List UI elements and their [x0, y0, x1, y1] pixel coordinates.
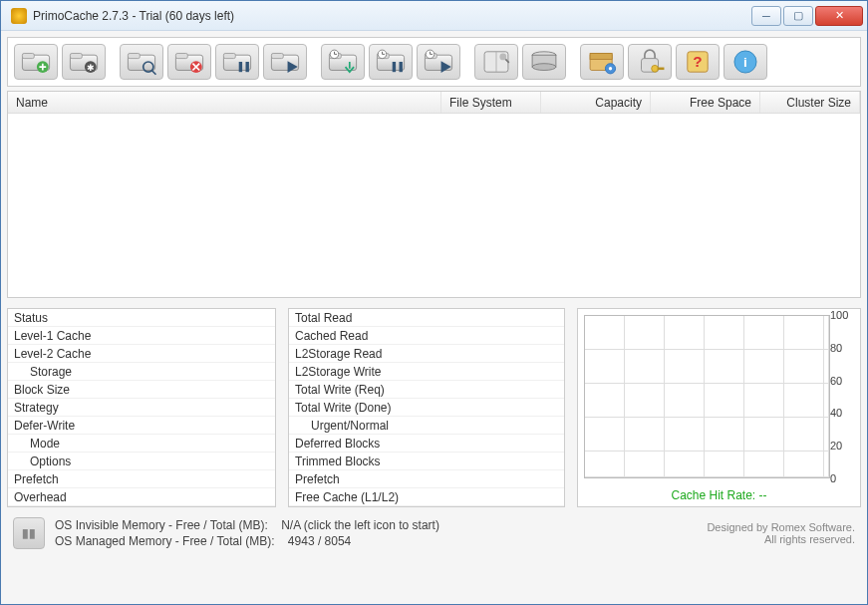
memory-lines: OS Invisible Memory - Free / Total (MB):…: [55, 517, 439, 549]
delete-button[interactable]: [167, 44, 211, 80]
stat-label: Prefetch: [14, 472, 134, 486]
stats-row: StatusLevel-1 CacheLevel-2 CacheStorageB…: [7, 308, 861, 507]
resume-button[interactable]: [263, 44, 307, 80]
stat-label: Mode: [30, 437, 149, 451]
stat-label: Total Write (Req): [295, 383, 415, 397]
svg-rect-36: [590, 54, 612, 60]
memory-icon[interactable]: ▮▮: [13, 517, 45, 549]
credits: Designed by Romex Software. All rights r…: [707, 521, 855, 545]
stat-row: Prefetch: [8, 470, 275, 488]
pause-sched-button[interactable]: [369, 44, 413, 80]
chart-grid: [584, 315, 830, 478]
maximize-button[interactable]: ▢: [783, 6, 813, 26]
svg-text:✱: ✱: [87, 63, 95, 73]
stat-row: Level-2 Cache: [8, 345, 275, 363]
y-tick: 80: [830, 342, 856, 354]
stat-label: Free Cache (L1/L2): [295, 490, 415, 504]
stat-row: Total Write (Done): [289, 399, 564, 417]
svg-point-38: [609, 67, 612, 70]
stat-label: Level-1 Cache: [14, 329, 134, 343]
stat-label: Total Read: [295, 311, 415, 325]
stat-row: Free Cache (L1/L2): [289, 488, 564, 506]
config-cache-button[interactable]: ✱: [62, 44, 106, 80]
stat-label: Defer-Write: [14, 419, 134, 433]
svg-rect-14: [223, 54, 235, 59]
managed-mem-value: 4943 / 8054: [288, 534, 351, 548]
stat-row: Status: [8, 309, 275, 327]
svg-text:?: ?: [693, 53, 702, 70]
stat-label: Status: [14, 311, 134, 325]
inspect-button[interactable]: [120, 44, 163, 80]
about-button[interactable]: i: [723, 44, 767, 80]
column-capacity[interactable]: Capacity: [541, 92, 651, 113]
svg-text:i: i: [743, 55, 747, 70]
svg-rect-26: [400, 62, 403, 72]
stat-row: Urgent/Normal: [289, 417, 564, 435]
stat-label: Urgent/Normal: [311, 419, 431, 433]
stat-label: Storage: [30, 365, 149, 379]
svg-rect-25: [393, 62, 396, 72]
column-free-space[interactable]: Free Space: [651, 92, 760, 113]
stat-row: Total Read: [289, 309, 564, 327]
stat-label: Prefetch: [295, 472, 415, 486]
list-header: Name File System Capacity Free Space Clu…: [8, 92, 860, 114]
chart-y-labels: 100806040200: [830, 309, 856, 484]
stat-label: Options: [30, 454, 149, 468]
refresh-button[interactable]: [474, 44, 518, 80]
y-tick: 20: [830, 440, 856, 452]
stat-row: Block Size: [8, 381, 275, 399]
stat-row: Deferred Blocks: [289, 435, 564, 453]
play-sched-button[interactable]: [417, 44, 460, 80]
help-button[interactable]: ?: [676, 44, 720, 80]
svg-point-34: [532, 64, 556, 71]
footer: ▮▮ OS Invisible Memory - Free / Total (M…: [7, 513, 861, 553]
svg-rect-8: [128, 54, 140, 59]
invisible-mem-value: N/A (click the left icon to start): [281, 518, 439, 532]
stat-row: Strategy: [8, 399, 275, 417]
stat-label: Block Size: [14, 383, 134, 397]
window-title: PrimoCache 2.7.3 - Trial (60 days left): [33, 9, 751, 23]
invisible-mem-label: OS Invisible Memory - Free / Total (MB):: [55, 518, 268, 532]
stat-label: L2Storage Write: [295, 365, 415, 379]
stat-row: Storage: [8, 363, 275, 381]
list-body[interactable]: [8, 114, 860, 297]
toolbar: ✱?i: [7, 37, 861, 87]
stat-label: Trimmed Blocks: [295, 454, 415, 468]
options-button[interactable]: [580, 44, 624, 80]
stat-row: L2Storage Read: [289, 345, 564, 363]
y-tick: 0: [830, 472, 856, 484]
stat-label: Deferred Blocks: [295, 437, 415, 451]
minimize-button[interactable]: ─: [751, 6, 781, 26]
disk-button[interactable]: [522, 44, 566, 80]
flush-button[interactable]: [321, 44, 365, 80]
chart-area: [584, 315, 830, 478]
stat-label: Level-2 Cache: [14, 347, 134, 361]
license-button[interactable]: [628, 44, 672, 80]
new-cache-button[interactable]: [14, 44, 58, 80]
svg-point-31: [499, 54, 506, 61]
pause-button[interactable]: [215, 44, 259, 80]
content-area: ✱?i Name File System Capacity Free Space…: [1, 31, 867, 604]
stat-label: Overhead: [14, 490, 134, 504]
stat-label: Total Write (Done): [295, 401, 415, 415]
app-icon: [11, 8, 27, 24]
column-cluster-size[interactable]: Cluster Size: [760, 92, 860, 113]
stat-row: Mode: [8, 435, 275, 453]
hitrate-chart: 100806040200 Cache Hit Rate: --: [577, 308, 861, 507]
stat-row: Cached Read: [289, 327, 564, 345]
svg-rect-11: [175, 54, 187, 59]
titlebar: PrimoCache 2.7.3 - Trial (60 days left) …: [1, 1, 867, 31]
stat-row: Overhead: [8, 488, 275, 506]
stats-panel: Total ReadCached ReadL2Storage ReadL2Sto…: [288, 308, 565, 507]
app-window: PrimoCache 2.7.3 - Trial (60 days left) …: [0, 0, 868, 605]
svg-rect-4: [70, 54, 82, 59]
column-name[interactable]: Name: [8, 92, 441, 113]
rights: All rights reserved.: [707, 533, 855, 545]
y-tick: 60: [830, 375, 856, 387]
design-by: Designed by Romex Software.: [707, 521, 855, 533]
stat-row: Prefetch: [289, 470, 564, 488]
stat-row: Defer-Write: [8, 417, 275, 435]
stat-label: L2Storage Read: [295, 347, 415, 361]
close-button[interactable]: ✕: [815, 6, 863, 26]
column-filesystem[interactable]: File System: [441, 92, 541, 113]
